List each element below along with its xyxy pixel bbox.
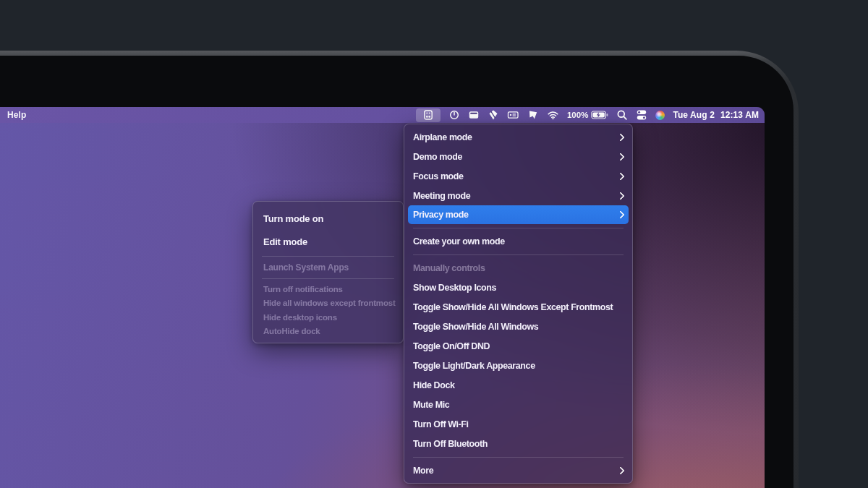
screen: Help [0,107,765,488]
menu-item-airplane-mode[interactable]: Airplane mode [404,127,632,147]
chevron-right-icon [616,466,624,474]
menu-item-show-desktop-icons[interactable]: Show Desktop Icons [404,278,632,297]
battery-percent: 100% [567,111,588,119]
menu-item-meeting-mode[interactable]: Meeting mode [404,186,632,205]
menu-bar: Help [0,107,765,123]
menubar-date: Tue Aug 2 [673,110,715,120]
menu-item-hide-dock[interactable]: Hide Dock [404,375,632,395]
separator [262,278,394,279]
submenu-item-launch-system-apps: Launch System Apps [253,260,403,275]
card-icon[interactable] [507,107,519,123]
menu-item-turn-off-wifi[interactable]: Turn Off Wi-Fi [404,414,632,434]
menu-item-create-your-own-mode[interactable]: Create your own mode [404,231,632,251]
scene: Help [0,0,868,488]
battery-icon [591,110,608,120]
gem-icon[interactable] [488,107,499,123]
app-switchboard-icon[interactable] [416,108,441,122]
window-icon[interactable] [468,107,480,123]
battery-indicator[interactable]: 100% [567,110,608,120]
menu-item-focus-mode[interactable]: Focus mode [404,166,632,186]
menu-item-demo-mode[interactable]: Demo mode [404,147,632,166]
one-switch-menu: Airplane mode Demo mode Focus mode Meeti… [404,124,633,484]
search-icon[interactable] [616,107,628,123]
toggles-icon[interactable] [636,107,647,123]
submenu-item-edit-mode[interactable]: Edit mode [253,230,403,253]
menubar-time: 12:13 AM [720,110,759,120]
menu-item-toggle-light-dark-appearance[interactable]: Toggle Light/Dark Appearance [404,356,632,375]
menubar-help-item[interactable]: Help [7,110,26,120]
menu-item-toggle-on-off-dnd[interactable]: Toggle On/Off DND [404,336,632,356]
siri-icon[interactable] [655,107,665,123]
separator [413,228,624,228]
menu-section-manually-controls: Manually controls [404,258,632,278]
chevron-right-icon [616,210,624,218]
submenu-item-hide-desktop-icons: Hide desktop icons [253,310,403,325]
separator [413,254,624,255]
menubar-left: Help [0,110,26,120]
power-icon[interactable] [448,107,460,123]
menubar-status-cluster: 100% [416,107,765,123]
submenu-item-autohide-dock: AutoHide dock [253,325,403,339]
separator [413,457,624,458]
chevron-right-icon [616,172,624,180]
menu-item-turn-off-bluetooth[interactable]: Turn Off Bluetooth [404,434,632,453]
flag-icon[interactable] [527,107,539,123]
menu-item-toggle-show-hide-all-windows-except-frontmost[interactable]: Toggle Show/Hide All Windows Except Fron… [404,297,632,317]
wifi-icon[interactable] [547,107,559,123]
menu-item-toggle-show-hide-all-windows[interactable]: Toggle Show/Hide All Windows [404,317,632,336]
submenu-item-hide-all-windows-except-frontmost: Hide all windows except frontmost [253,296,403,311]
mode-submenu: Turn mode on Edit mode Launch System App… [252,201,404,343]
chevron-right-icon [616,153,624,160]
chevron-right-icon [616,192,624,200]
chevron-right-icon [616,133,624,141]
menubar-clock[interactable]: Tue Aug 2 12:13 AM [673,110,759,120]
submenu-item-turn-off-notifications: Turn off notifications [253,282,403,296]
menu-item-more[interactable]: More [404,461,632,480]
menu-item-mute-mic[interactable]: Mute Mic [404,395,632,414]
menu-item-privacy-mode[interactable]: Privacy mode [408,205,629,224]
submenu-item-turn-mode-on[interactable]: Turn mode on [253,207,403,230]
separator [262,256,394,257]
